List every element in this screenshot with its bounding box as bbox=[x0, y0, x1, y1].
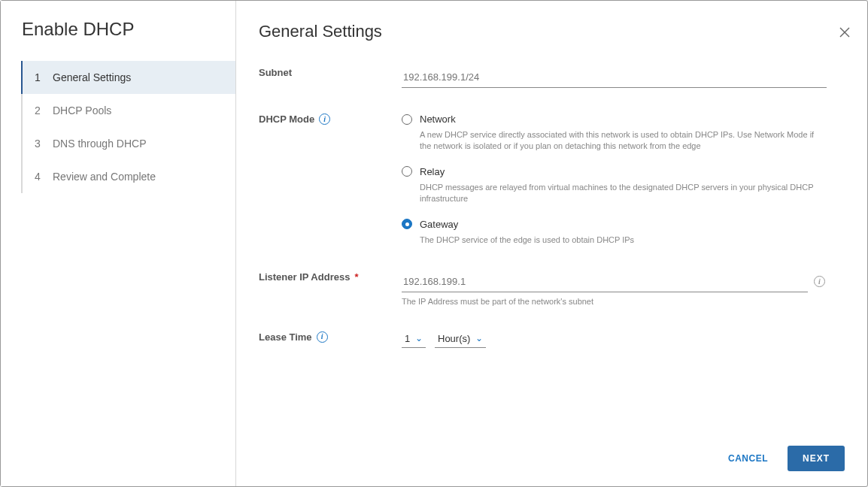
close-icon[interactable] bbox=[839, 26, 852, 40]
info-icon[interactable]: i bbox=[319, 113, 330, 125]
step-label: Review and Complete bbox=[53, 171, 156, 183]
row-subnet: Subnet bbox=[259, 67, 845, 88]
radio-icon bbox=[402, 166, 412, 177]
helper-text: The IP Address must be part of the netwo… bbox=[402, 297, 845, 306]
row-dhcp-mode: DHCP Mode i Network A new DHCP service d… bbox=[259, 113, 845, 246]
modal-enable-dhcp: Enable DHCP 1 General Settings 2 DHCP Po… bbox=[0, 0, 868, 487]
main-panel: General Settings Subnet DHCP Mode i Netw… bbox=[236, 1, 867, 486]
step-dns-through-dhcp[interactable]: 3 DNS through DHCP bbox=[23, 127, 235, 160]
required-asterisk: * bbox=[354, 271, 358, 283]
step-label: General Settings bbox=[53, 71, 131, 83]
step-general-settings[interactable]: 1 General Settings bbox=[21, 61, 235, 94]
radio-label: Network bbox=[420, 113, 456, 125]
dhcp-mode-radio-group: Network A new DHCP service directly asso… bbox=[402, 113, 845, 246]
sidebar-title: Enable DHCP bbox=[1, 19, 235, 61]
radio-label: Gateway bbox=[420, 219, 458, 230]
radio-desc: DHCP messages are relayed from virtual m… bbox=[420, 182, 826, 205]
radio-label: Relay bbox=[420, 166, 445, 177]
radio-icon bbox=[402, 114, 412, 125]
page-title: General Settings bbox=[259, 22, 845, 41]
next-button[interactable]: NEXT bbox=[788, 446, 845, 471]
wizard-sidebar: Enable DHCP 1 General Settings 2 DHCP Po… bbox=[1, 1, 236, 486]
info-icon[interactable]: i bbox=[317, 331, 328, 343]
wizard-steps: 1 General Settings 2 DHCP Pools 3 DNS th… bbox=[21, 61, 235, 193]
lease-unit-select[interactable]: Hour(s) ⌄ bbox=[435, 331, 486, 348]
step-review-complete[interactable]: 4 Review and Complete bbox=[23, 160, 235, 193]
subnet-input[interactable] bbox=[402, 67, 827, 88]
radio-gateway[interactable]: Gateway bbox=[402, 219, 845, 230]
cancel-button[interactable]: CANCEL bbox=[722, 446, 774, 471]
chevron-down-icon: ⌄ bbox=[475, 333, 483, 343]
radio-network[interactable]: Network bbox=[402, 113, 845, 125]
radio-relay[interactable]: Relay bbox=[402, 166, 845, 177]
radio-desc: A new DHCP service directly associated w… bbox=[420, 129, 826, 153]
listener-ip-input[interactable] bbox=[402, 271, 808, 292]
label-lease-time: Lease Time i bbox=[259, 331, 402, 348]
label-subnet: Subnet bbox=[259, 67, 402, 88]
label-dhcp-mode: DHCP Mode i bbox=[259, 113, 402, 246]
step-label: DHCP Pools bbox=[53, 104, 111, 116]
lease-value-select[interactable]: 1 ⌄ bbox=[402, 331, 426, 348]
label-listener-ip: Listener IP Address * bbox=[259, 271, 402, 306]
row-lease-time: Lease Time i 1 ⌄ Hour(s) ⌄ bbox=[259, 331, 845, 348]
step-label: DNS through DHCP bbox=[53, 138, 147, 150]
row-listener-ip: Listener IP Address * i The IP Address m… bbox=[259, 271, 845, 306]
radio-icon bbox=[402, 219, 412, 229]
step-dhcp-pools[interactable]: 2 DHCP Pools bbox=[23, 94, 235, 127]
footer: CANCEL NEXT bbox=[259, 446, 845, 471]
radio-desc: The DHCP service of the edge is used to … bbox=[420, 234, 826, 246]
info-icon[interactable]: i bbox=[814, 276, 825, 287]
chevron-down-icon: ⌄ bbox=[415, 333, 423, 343]
